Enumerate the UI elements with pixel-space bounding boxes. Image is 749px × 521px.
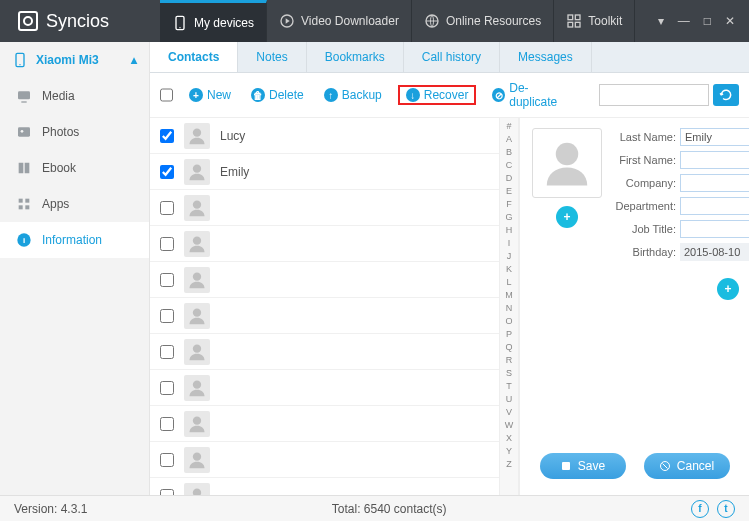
menu-icon[interactable]: ▾ bbox=[658, 14, 664, 28]
row-checkbox[interactable] bbox=[160, 309, 174, 323]
row-checkbox[interactable] bbox=[160, 417, 174, 431]
tab-notes[interactable]: Notes bbox=[238, 42, 306, 72]
plus-icon: + bbox=[189, 88, 203, 102]
index-letter[interactable]: N bbox=[506, 302, 513, 315]
first-name-field[interactable] bbox=[680, 151, 749, 169]
contact-row[interactable] bbox=[150, 298, 499, 334]
index-letter[interactable]: B bbox=[506, 146, 512, 159]
index-letter[interactable]: Q bbox=[505, 341, 512, 354]
job-title-field[interactable] bbox=[680, 220, 749, 238]
deduplicate-button[interactable]: ⊘De-duplicate bbox=[488, 79, 575, 111]
sidebar-item-photos[interactable]: Photos bbox=[0, 114, 149, 150]
sidebar-item-apps[interactable]: Apps bbox=[0, 186, 149, 222]
contact-row[interactable]: Lucy bbox=[150, 118, 499, 154]
index-letter[interactable]: S bbox=[506, 367, 512, 380]
index-letter[interactable]: F bbox=[506, 198, 512, 211]
tab-online-resources[interactable]: Online Resources bbox=[412, 0, 554, 42]
index-letter[interactable]: K bbox=[506, 263, 512, 276]
contact-row[interactable] bbox=[150, 334, 499, 370]
company-field[interactable] bbox=[680, 174, 749, 192]
index-letter[interactable]: X bbox=[506, 432, 512, 445]
sidebar-item-ebook[interactable]: Ebook bbox=[0, 150, 149, 186]
device-selector[interactable]: Xiaomi Mi3 ▴ bbox=[0, 42, 149, 78]
select-all-checkbox[interactable] bbox=[160, 88, 173, 102]
tab-my-devices[interactable]: My devices bbox=[160, 0, 267, 42]
detail-panel: + Last Name: First Name: Company: Depart… bbox=[519, 118, 749, 495]
search-button[interactable] bbox=[713, 84, 739, 106]
contact-row[interactable] bbox=[150, 442, 499, 478]
contact-row[interactable] bbox=[150, 406, 499, 442]
index-letter[interactable]: T bbox=[506, 380, 512, 393]
index-letter[interactable]: O bbox=[505, 315, 512, 328]
contact-row[interactable] bbox=[150, 226, 499, 262]
index-letter[interactable]: G bbox=[505, 211, 512, 224]
svg-rect-4 bbox=[568, 15, 573, 20]
row-checkbox[interactable] bbox=[160, 381, 174, 395]
contact-row[interactable] bbox=[150, 478, 499, 495]
book-icon bbox=[16, 160, 32, 176]
twitter-icon[interactable]: t bbox=[717, 500, 735, 518]
tab-call-history[interactable]: Call history bbox=[404, 42, 500, 72]
index-letter[interactable]: D bbox=[506, 172, 513, 185]
new-button[interactable]: +New bbox=[185, 86, 235, 104]
delete-button[interactable]: 🗑Delete bbox=[247, 86, 308, 104]
contact-row[interactable]: Emily bbox=[150, 154, 499, 190]
index-letter[interactable]: I bbox=[508, 237, 511, 250]
index-letter[interactable]: E bbox=[506, 185, 512, 198]
row-checkbox[interactable] bbox=[160, 453, 174, 467]
department-field[interactable] bbox=[680, 197, 749, 215]
index-letter[interactable]: V bbox=[506, 406, 512, 419]
index-letter[interactable]: P bbox=[506, 328, 512, 341]
recover-button[interactable]: ↓Recover bbox=[398, 85, 477, 105]
index-letter[interactable]: C bbox=[506, 159, 513, 172]
row-checkbox[interactable] bbox=[160, 165, 174, 179]
apps-icon bbox=[16, 196, 32, 212]
close-icon[interactable]: ✕ bbox=[725, 14, 735, 28]
index-letter[interactable]: Y bbox=[506, 445, 512, 458]
add-photo-button[interactable]: + bbox=[556, 206, 578, 228]
index-letter[interactable]: Z bbox=[506, 458, 512, 471]
contact-row[interactable] bbox=[150, 262, 499, 298]
save-button[interactable]: Save bbox=[540, 453, 626, 479]
index-letter[interactable]: M bbox=[505, 289, 513, 302]
contact-row[interactable] bbox=[150, 190, 499, 226]
row-checkbox[interactable] bbox=[160, 201, 174, 215]
search-box bbox=[599, 84, 739, 106]
index-letter[interactable]: U bbox=[506, 393, 513, 406]
index-letter[interactable]: H bbox=[506, 224, 513, 237]
tab-contacts[interactable]: Contacts bbox=[150, 42, 238, 72]
tab-video-downloader[interactable]: Video Downloader bbox=[267, 0, 412, 42]
index-letter[interactable]: # bbox=[506, 120, 511, 133]
contact-row[interactable] bbox=[150, 370, 499, 406]
person-icon bbox=[187, 378, 207, 398]
cancel-button[interactable]: Cancel bbox=[644, 453, 730, 479]
last-name-field[interactable] bbox=[680, 128, 749, 146]
sidebar-item-media[interactable]: Media bbox=[0, 78, 149, 114]
maximize-icon[interactable]: □ bbox=[704, 14, 711, 28]
search-input[interactable] bbox=[599, 84, 709, 106]
tab-bookmarks[interactable]: Bookmarks bbox=[307, 42, 404, 72]
person-icon bbox=[187, 486, 207, 496]
index-letter[interactable]: A bbox=[506, 133, 512, 146]
svg-point-26 bbox=[193, 380, 201, 388]
row-checkbox[interactable] bbox=[160, 273, 174, 287]
tab-messages[interactable]: Messages bbox=[500, 42, 592, 72]
index-letter[interactable]: W bbox=[505, 419, 514, 432]
refresh-icon bbox=[719, 88, 733, 102]
row-checkbox[interactable] bbox=[160, 345, 174, 359]
row-avatar bbox=[184, 339, 210, 365]
birthday-value: 2015-08-10 bbox=[680, 243, 749, 261]
add-field-button[interactable]: + bbox=[717, 278, 739, 300]
index-letter[interactable]: R bbox=[506, 354, 513, 367]
tab-toolkit[interactable]: Toolkit bbox=[554, 0, 635, 42]
row-checkbox[interactable] bbox=[160, 237, 174, 251]
index-letter[interactable]: J bbox=[507, 250, 512, 263]
minimize-icon[interactable]: — bbox=[678, 14, 690, 28]
row-checkbox[interactable] bbox=[160, 129, 174, 143]
facebook-icon[interactable]: f bbox=[691, 500, 709, 518]
backup-button[interactable]: ↑Backup bbox=[320, 86, 386, 104]
contact-name: Lucy bbox=[220, 129, 245, 143]
sidebar-item-information[interactable]: iInformation bbox=[0, 222, 149, 258]
index-letter[interactable]: L bbox=[506, 276, 511, 289]
svg-point-25 bbox=[193, 344, 201, 352]
